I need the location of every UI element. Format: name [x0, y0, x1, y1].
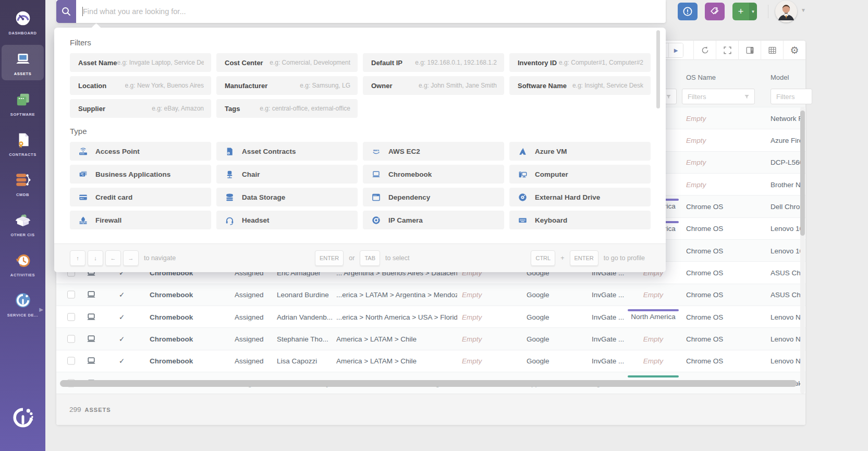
search-button[interactable]	[56, 0, 76, 23]
table-row[interactable]: ✓ Chromebook Assigned Adrian Vandenb... …	[56, 306, 805, 327]
arrow-right-key: →	[123, 250, 139, 266]
sidebar-item[interactable]: DASHBOARD	[2, 4, 44, 40]
type-item[interactable]: Headset	[216, 211, 358, 229]
panel-scrollbar[interactable]	[656, 30, 660, 108]
type-item[interactable]: Dependency	[363, 188, 504, 206]
type-icon	[225, 147, 235, 156]
avatar[interactable]	[775, 1, 797, 22]
filter-chip-placeholder: e.g: Insight, Service Desk	[572, 82, 643, 89]
grid-view-button[interactable]	[761, 41, 783, 60]
os-name-cell: Empty	[686, 136, 748, 144]
sidebar-item-icon	[14, 251, 32, 269]
refresh-icon	[700, 45, 710, 55]
filter-chip[interactable]: Owner e.g: John Smith, Jane Smith	[363, 76, 504, 95]
type-icon	[225, 169, 235, 179]
table-row[interactable]: ✓ Chromebook Assigned Leonard Burdine ..…	[56, 284, 805, 306]
fullscreen-button[interactable]	[716, 41, 738, 60]
sidebar-item[interactable]: ACTIVITIES	[2, 246, 44, 282]
column-header-model[interactable]: Model	[771, 74, 789, 81]
type-item[interactable]: Business Applications	[70, 165, 211, 184]
enter-key: ENTER	[315, 250, 344, 266]
inventory-cell: Empty	[462, 313, 520, 321]
filter-chip[interactable]: Software Name e.g: Insight, Service Desk	[509, 76, 651, 95]
filter-chip[interactable]: Manufacturer e.g: Samsung, LG	[216, 76, 358, 95]
type-icon	[371, 192, 381, 202]
type-item[interactable]: Data Storage	[216, 188, 358, 206]
owner-cell: Leonard Burdine	[277, 291, 333, 299]
row-checkbox[interactable]	[67, 357, 75, 365]
next-page-button[interactable]: ▶	[668, 43, 683, 58]
table-footer: 299 ASSETS	[56, 394, 805, 425]
type-item[interactable]: Keyboard	[509, 211, 651, 229]
filter-chip[interactable]: Location e.g: New York, Buenos Aires	[70, 76, 211, 95]
sidebar-item[interactable]: SOFTWARE	[2, 86, 44, 121]
sidebar-item[interactable]: OTHER CIS	[2, 206, 44, 241]
type-item[interactable]: Chair	[216, 165, 358, 184]
inventory-cell: Empty	[462, 335, 520, 343]
os-name-cell: Chrome OS	[686, 269, 748, 276]
sidebar-item[interactable]: ASSETS	[2, 45, 44, 80]
filter-chip[interactable]: Supplier e.g: eBay, Amazon	[70, 99, 211, 118]
type-item[interactable]: Credit card	[70, 188, 211, 206]
smart-tag-cell	[626, 375, 681, 379]
type-item[interactable]: Firewall	[70, 211, 211, 229]
table-row[interactable]: ✓ Chromebook Assigned Lisa Capozzi Ameri…	[56, 350, 805, 372]
type-item[interactable]: Asset Contracts	[216, 142, 358, 161]
row-checkbox[interactable]	[67, 335, 75, 343]
type-section-title: Type	[54, 118, 666, 136]
column-filter-model[interactable]: Filters	[771, 89, 812, 104]
type-item[interactable]: IP Camera	[363, 211, 504, 229]
avatar-menu-caret-icon[interactable]: ▼	[801, 7, 806, 13]
smart-tag-cell: Empty	[626, 335, 681, 343]
refresh-button[interactable]	[693, 41, 716, 60]
row-checkbox[interactable]	[67, 291, 75, 299]
type-item[interactable]: AWS EC2	[363, 142, 504, 161]
horizontal-scrollbar[interactable]	[60, 380, 797, 387]
filter-chip[interactable]: Default IP e.g: 192.168.0.1, 192.168.1.2	[363, 53, 504, 72]
navigate-hint: to navigate	[144, 254, 176, 262]
status-cell: Assigned	[235, 357, 274, 365]
table-row[interactable]: ✓ Chromebook Assigned Stephanie Tho... A…	[56, 327, 805, 349]
filter-chip[interactable]: Tags e.g: central-office, external-offic…	[216, 99, 358, 118]
filter-chip-label: Cost Center	[225, 59, 263, 67]
plus-label: +	[560, 254, 564, 262]
service-desk-expand-icon[interactable]: ▶	[39, 307, 43, 312]
asset-name-link[interactable]: Chromebook	[150, 313, 228, 321]
side-panel-button[interactable]	[738, 41, 761, 60]
sidebar-item[interactable]: SERVICE DE...	[2, 286, 44, 322]
type-item[interactable]: Computer	[509, 165, 651, 184]
asset-name-link[interactable]: Chromebook	[150, 291, 228, 299]
select-hint: to select	[385, 254, 410, 262]
alerts-button[interactable]	[678, 3, 698, 20]
os-name-cell: Chrome OS	[686, 225, 748, 233]
table-settings-button[interactable]: ⚙	[783, 41, 805, 60]
row-checkbox[interactable]	[67, 313, 75, 321]
column-header-os-name[interactable]: OS Name	[686, 74, 716, 81]
filter-chip[interactable]: Inventory ID e.g: Computer#1, Computer#2	[509, 53, 651, 72]
add-asset-button[interactable]: + ▼	[732, 3, 757, 20]
column-filter-os-name[interactable]: Filters	[682, 89, 755, 104]
type-item-label: External Hard Drive	[535, 193, 600, 201]
sidebar-item[interactable]: CMDB	[2, 166, 44, 201]
filter-chip[interactable]: Cost Center e.g: Comercial, Development	[216, 53, 358, 72]
type-item[interactable]: Access Point	[70, 142, 211, 161]
asset-name-link[interactable]: Chromebook	[150, 335, 228, 343]
type-item[interactable]: Azure VM	[509, 142, 651, 161]
type-item[interactable]: External Hard Drive	[509, 188, 651, 206]
type-item[interactable]: Chromebook	[363, 165, 504, 184]
tags-icon	[710, 6, 720, 17]
filter-chip[interactable]: Asset Name e.g: Invgate Laptop, Service …	[70, 53, 211, 72]
tab-key: TAB	[360, 250, 380, 266]
vertical-scrollbar[interactable]	[800, 111, 805, 236]
alert-icon	[682, 6, 693, 17]
profile-hint: to go to profile	[604, 254, 645, 262]
type-item-label: Business Applications	[95, 170, 170, 178]
type-icon	[78, 215, 88, 225]
filter-chip-label: Asset Name	[78, 59, 117, 67]
search-input[interactable]	[76, 0, 666, 23]
funnel-icon	[665, 93, 672, 100]
sidebar-item[interactable]: CONTRACTS	[2, 126, 44, 161]
tags-button[interactable]	[705, 3, 725, 20]
source-cell: InvGate ...	[592, 335, 629, 343]
asset-name-link[interactable]: Chromebook	[150, 357, 228, 365]
